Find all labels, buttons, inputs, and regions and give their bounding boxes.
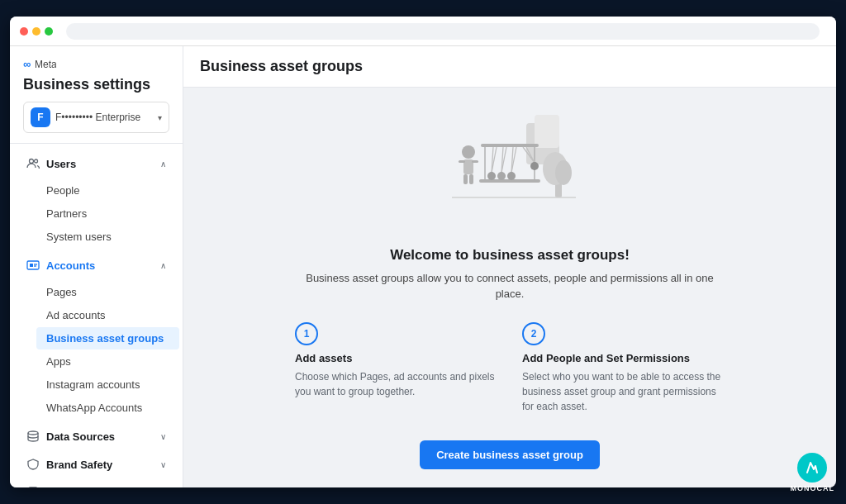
meta-logo-icon: ∞ Meta (23, 58, 56, 69)
svg-rect-44 (463, 174, 468, 184)
sidebar-item-instagram-accounts[interactable]: Instagram accounts (36, 373, 179, 396)
sidebar-header: ∞ Meta Business settings F F••••••••• En… (10, 46, 183, 144)
avatar: F (31, 107, 50, 127)
account-selector[interactable]: F F••••••••• Enterprise ▾ (23, 102, 169, 133)
sidebar-item-pages[interactable]: Pages (36, 281, 179, 303)
nav-section-registrations: Registrations ∨ (10, 479, 183, 487)
brand-safety-title: Brand Safety (26, 458, 112, 471)
nav-section-accounts: Accounts ∧ Pages Ad accounts Business as… (10, 252, 183, 421)
sidebar-item-business-asset-groups[interactable]: Business asset groups (36, 327, 179, 349)
content-body: Welcome to business asset groups! Busine… (183, 88, 836, 487)
svg-rect-42 (459, 160, 465, 163)
svg-point-40 (462, 145, 475, 159)
chevron-down-icon: ▾ (158, 113, 162, 122)
sidebar-item-ad-accounts[interactable]: Ad accounts (36, 304, 179, 326)
accounts-sub-items: Pages Ad accounts Business asset groups … (10, 278, 183, 421)
sidebar-item-whatsapp-accounts[interactable]: WhatsApp Accounts (36, 397, 179, 419)
registrations-label: Registrations (46, 487, 115, 488)
users-icon (26, 157, 40, 170)
sidebar: ∞ Meta Business settings F F••••••••• En… (10, 46, 183, 487)
users-section-toggle[interactable]: Users ∧ (13, 150, 179, 177)
svg-text:Meta: Meta (35, 59, 56, 69)
users-sub-items: People Partners System users (10, 177, 183, 250)
welcome-title: Welcome to business asset groups! (295, 247, 725, 264)
nav-section-brand-safety: Brand Safety ∨ (10, 451, 183, 478)
create-business-asset-group-button[interactable]: Create business asset group (420, 440, 600, 469)
data-sources-icon (26, 430, 40, 443)
nav-section-users: Users ∧ People Partners System users (10, 150, 183, 250)
step-1-title: Add assets (295, 352, 497, 364)
page-title: Business asset groups (200, 58, 820, 75)
svg-point-33 (497, 172, 506, 180)
main-content: Business asset groups (183, 46, 836, 487)
svg-point-2 (30, 159, 34, 164)
svg-point-30 (487, 172, 496, 180)
brand-safety-toggle[interactable]: Brand Safety ∨ (13, 451, 179, 478)
data-sources-chevron-icon: ∨ (160, 432, 166, 441)
accounts-section-toggle[interactable]: Accounts ∧ (13, 252, 179, 278)
meta-logo: ∞ Meta (23, 58, 169, 69)
browser-top-bar (10, 17, 836, 46)
svg-rect-27 (479, 179, 540, 183)
step-2-title: Add People and Set Permissions (522, 352, 725, 364)
step-1: 1 Add assets Choose which Pages, ad acco… (295, 322, 497, 414)
data-sources-label: Data Sources (46, 430, 115, 443)
brand-safety-chevron-icon: ∨ (160, 460, 166, 469)
accounts-icon (26, 259, 40, 272)
svg-rect-45 (469, 174, 473, 184)
minimize-dot[interactable] (32, 27, 40, 36)
accounts-label: Accounts (46, 259, 95, 272)
window-controls (20, 27, 53, 36)
registrations-title: Registrations (26, 486, 115, 487)
brand-safety-label: Brand Safety (46, 459, 112, 471)
svg-point-8 (28, 431, 38, 435)
svg-point-23 (555, 160, 572, 185)
illustration (427, 107, 592, 231)
steps-row: 1 Add assets Choose which Pages, ad acco… (295, 322, 725, 414)
step-2: 2 Add People and Set Permissions Select … (522, 322, 725, 414)
registrations-toggle[interactable]: Registrations ∨ (13, 479, 179, 487)
users-section-title: Users (26, 157, 76, 170)
maximize-dot[interactable] (45, 27, 53, 36)
registrations-icon (26, 486, 40, 487)
svg-rect-43 (472, 160, 478, 163)
sidebar-item-people[interactable]: People (36, 179, 179, 202)
sidebar-item-partners[interactable]: Partners (36, 202, 179, 225)
account-name: F••••••••• Enterprise (55, 112, 153, 123)
content-header: Business asset groups (183, 46, 836, 88)
svg-point-39 (530, 162, 539, 170)
svg-text:∞: ∞ (23, 58, 31, 69)
monocal-label: MONOCAL (791, 484, 835, 492)
data-sources-title: Data Sources (26, 430, 115, 443)
address-bar[interactable] (66, 23, 820, 40)
users-label: Users (46, 158, 76, 170)
brand-safety-icon (26, 458, 40, 471)
step-1-desc: Choose which Pages, ad accounts and pixe… (295, 369, 497, 399)
svg-point-3 (35, 159, 38, 163)
accounts-section-title: Accounts (26, 259, 95, 272)
welcome-card: Welcome to business asset groups! Busine… (295, 107, 725, 469)
monocal-branding: MONOCAL (791, 453, 835, 492)
close-dot[interactable] (20, 27, 28, 36)
svg-rect-5 (30, 264, 33, 267)
step-1-number: 1 (295, 322, 318, 345)
sidebar-item-apps[interactable]: Apps (36, 350, 179, 373)
monocal-icon (797, 453, 827, 483)
step-2-desc: Select who you want to be able to access… (522, 369, 725, 414)
welcome-subtitle: Business asset groups allow you to conne… (295, 270, 725, 302)
step-2-number: 2 (522, 322, 545, 345)
sidebar-item-system-users[interactable]: System users (36, 226, 179, 248)
svg-point-36 (507, 172, 516, 180)
svg-rect-20 (535, 115, 559, 148)
svg-rect-24 (481, 144, 539, 147)
nav-section-data-sources: Data Sources ∨ (10, 423, 183, 449)
sidebar-title: Business settings (23, 76, 169, 93)
users-chevron-icon: ∧ (160, 159, 166, 169)
data-sources-toggle[interactable]: Data Sources ∨ (13, 423, 179, 449)
sidebar-nav: Users ∧ People Partners System users (10, 144, 183, 487)
accounts-chevron-icon: ∧ (160, 261, 166, 270)
